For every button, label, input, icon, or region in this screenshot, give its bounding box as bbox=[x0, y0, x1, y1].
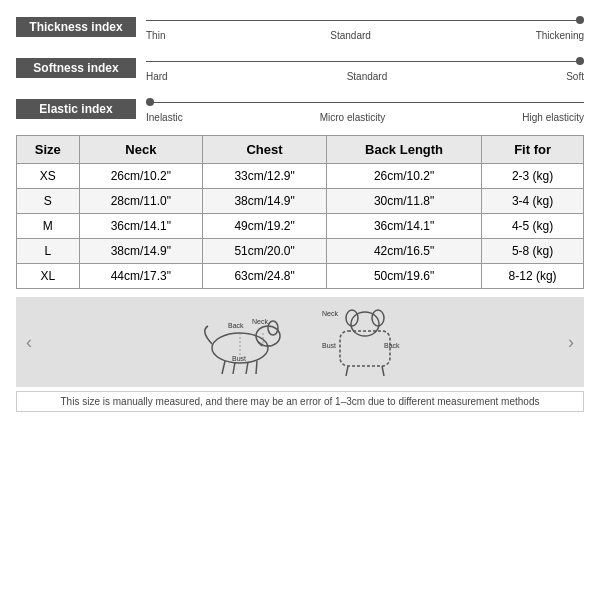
thickness-label-1: Standard bbox=[330, 30, 371, 41]
svg-line-5 bbox=[233, 362, 235, 374]
thickness-label-0: Thin bbox=[146, 30, 165, 41]
cell-r3-c0: L bbox=[17, 239, 80, 264]
cell-r1-c2: 38cm/14.9" bbox=[203, 189, 327, 214]
softness-label-0: Hard bbox=[146, 71, 168, 82]
cell-r0-c0: XS bbox=[17, 164, 80, 189]
elastic-dot bbox=[146, 98, 154, 106]
index-section: Thickness index Thin Standard Thickening… bbox=[16, 12, 584, 123]
cell-r2-c0: M bbox=[17, 214, 80, 239]
elastic-label-2: High elasticity bbox=[522, 112, 584, 123]
col-header-chest: Chest bbox=[203, 136, 327, 164]
softness-label-2: Soft bbox=[566, 71, 584, 82]
softness-scale-labels: Hard Standard Soft bbox=[146, 71, 584, 82]
cell-r3-c2: 51cm/20.0" bbox=[203, 239, 327, 264]
thickness-label: Thickness index bbox=[16, 17, 136, 37]
cell-r1-c4: 3-4 (kg) bbox=[482, 189, 584, 214]
thickness-scale-labels: Thin Standard Thickening bbox=[146, 30, 584, 41]
svg-text:Bust: Bust bbox=[232, 355, 246, 362]
cell-r1-c0: S bbox=[17, 189, 80, 214]
col-header-back: Back Length bbox=[326, 136, 481, 164]
elastic-label-1: Micro elasticity bbox=[320, 112, 386, 123]
softness-label: Softness index bbox=[16, 58, 136, 78]
cell-r3-c4: 5-8 (kg) bbox=[482, 239, 584, 264]
elastic-label: Elastic index bbox=[16, 99, 136, 119]
elastic-index-row: Elastic index Inelastic Micro elasticity… bbox=[16, 94, 584, 123]
cell-r2-c3: 36cm/14.1" bbox=[326, 214, 481, 239]
table-row: L38cm/14.9"51cm/20.0"42cm/16.5"5-8 (kg) bbox=[17, 239, 584, 264]
svg-text:Back: Back bbox=[228, 322, 244, 329]
cell-r0-c3: 26cm/10.2" bbox=[326, 164, 481, 189]
svg-text:Neck: Neck bbox=[322, 310, 338, 317]
thickness-line bbox=[146, 20, 584, 21]
col-header-size: Size bbox=[17, 136, 80, 164]
svg-line-6 bbox=[246, 362, 248, 374]
svg-line-4 bbox=[222, 361, 225, 374]
svg-line-7 bbox=[256, 361, 257, 374]
cell-r4-c4: 8-12 (kg) bbox=[482, 264, 584, 289]
table-row: S28cm/11.0"38cm/14.9"30cm/11.8"3-4 (kg) bbox=[17, 189, 584, 214]
svg-text:Bust: Bust bbox=[322, 342, 336, 349]
elastic-scale-labels: Inelastic Micro elasticity High elastici… bbox=[146, 112, 584, 123]
table-row: XS26cm/10.2"33cm/12.9"26cm/10.2"2-3 (kg) bbox=[17, 164, 584, 189]
cell-r1-c1: 28cm/11.0" bbox=[79, 189, 203, 214]
svg-line-18 bbox=[382, 366, 384, 376]
cell-r2-c1: 36cm/14.1" bbox=[79, 214, 203, 239]
cell-r1-c3: 30cm/11.8" bbox=[326, 189, 481, 214]
softness-dot bbox=[576, 57, 584, 65]
thickness-index-row: Thickness index Thin Standard Thickening bbox=[16, 12, 584, 41]
cell-r2-c2: 49cm/19.2" bbox=[203, 214, 327, 239]
svg-text:Neck: Neck bbox=[252, 318, 268, 325]
dog-side-svg: Neck Back Bust bbox=[190, 306, 290, 376]
dog-side-diagram: Neck Back Bust bbox=[190, 306, 290, 379]
cell-r0-c4: 2-3 (kg) bbox=[482, 164, 584, 189]
cell-r0-c1: 26cm/10.2" bbox=[79, 164, 203, 189]
table-row: XL44cm/17.3"63cm/24.8"50cm/19.6"8-12 (kg… bbox=[17, 264, 584, 289]
thickness-dot bbox=[576, 16, 584, 24]
softness-scale: Hard Standard Soft bbox=[146, 53, 584, 82]
arrow-right-icon[interactable]: › bbox=[568, 332, 574, 353]
softness-line bbox=[146, 61, 584, 62]
cell-r4-c1: 44cm/17.3" bbox=[79, 264, 203, 289]
diagram-center: Neck Back Bust bbox=[32, 306, 568, 379]
cell-r4-c2: 63cm/24.8" bbox=[203, 264, 327, 289]
cell-r3-c1: 38cm/14.9" bbox=[79, 239, 203, 264]
thickness-label-2: Thickening bbox=[536, 30, 584, 41]
cell-r4-c0: XL bbox=[17, 264, 80, 289]
table-header-row: Size Neck Chest Back Length Fit for bbox=[17, 136, 584, 164]
cell-r2-c4: 4-5 (kg) bbox=[482, 214, 584, 239]
main-container: Thickness index Thin Standard Thickening… bbox=[0, 0, 600, 424]
dog-front-svg: Neck Bust Back bbox=[320, 306, 410, 376]
elastic-scale: Inelastic Micro elasticity High elastici… bbox=[146, 94, 584, 123]
col-header-fit: Fit for bbox=[482, 136, 584, 164]
softness-index-row: Softness index Hard Standard Soft bbox=[16, 53, 584, 82]
col-header-neck: Neck bbox=[79, 136, 203, 164]
softness-label-1: Standard bbox=[347, 71, 388, 82]
measurement-note: This size is manually measured, and ther… bbox=[16, 391, 584, 412]
svg-text:Back: Back bbox=[384, 342, 400, 349]
svg-line-17 bbox=[346, 366, 348, 376]
thickness-scale: Thin Standard Thickening bbox=[146, 12, 584, 41]
cell-r4-c3: 50cm/19.6" bbox=[326, 264, 481, 289]
table-row: M36cm/14.1"49cm/19.2"36cm/14.1"4-5 (kg) bbox=[17, 214, 584, 239]
diagram-section: ‹ bbox=[16, 297, 584, 387]
cell-r3-c3: 42cm/16.5" bbox=[326, 239, 481, 264]
elastic-line bbox=[146, 102, 584, 103]
size-table: Size Neck Chest Back Length Fit for XS26… bbox=[16, 135, 584, 289]
cell-r0-c2: 33cm/12.9" bbox=[203, 164, 327, 189]
dog-front-diagram: Neck Bust Back bbox=[320, 306, 410, 379]
elastic-label-0: Inelastic bbox=[146, 112, 183, 123]
